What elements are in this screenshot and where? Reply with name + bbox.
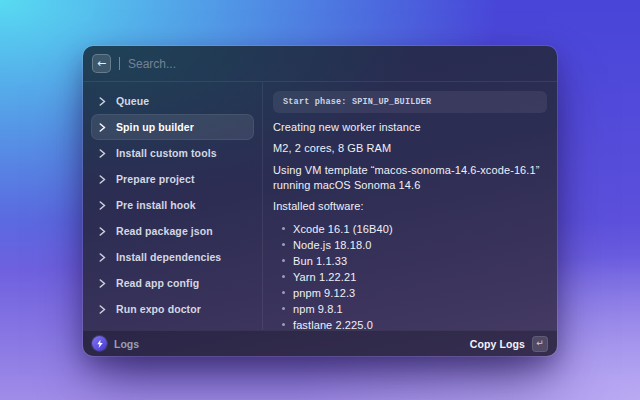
return-key-icon: ↵ — [532, 336, 548, 352]
back-button[interactable]: ← — [92, 54, 111, 73]
copy-logs-button[interactable]: Copy Logs — [470, 338, 525, 350]
software-list-item: Xcode 16.1 (16B40) — [273, 221, 547, 237]
log-line: Installed software: — [273, 199, 547, 214]
software-name: Yarn 1.22.21 — [293, 271, 356, 283]
sidebar-item[interactable]: Run expo doctor — [91, 296, 254, 322]
sidebar-item[interactable]: Install custom tools — [91, 140, 254, 166]
build-logs-window: ← Queue Spin up builder — [83, 46, 557, 356]
phase-banner: Start phase: SPIN_UP_BUILDER — [273, 91, 547, 113]
sidebar-item-label: Queue — [116, 95, 149, 107]
text-caret — [119, 57, 120, 70]
chevron-right-icon — [99, 201, 106, 210]
sidebar-item[interactable]: Read app config — [91, 270, 254, 296]
log-lines: Creating new worker instanceM2, 2 cores,… — [273, 120, 547, 215]
software-name: npm 9.8.1 — [293, 303, 343, 315]
log-line: Using VM template “macos-sonoma-14.6-xco… — [273, 163, 547, 193]
bullet-dot-icon — [282, 291, 285, 294]
sidebar-item-label: Read package json — [116, 225, 213, 237]
bullet-dot-icon — [282, 227, 285, 230]
software-name: Node.js 18.18.0 — [293, 239, 372, 251]
chevron-right-icon — [99, 227, 106, 236]
sidebar-item[interactable]: Spin up builder — [91, 114, 254, 140]
arrow-left-icon: ← — [97, 58, 106, 69]
chevron-right-icon — [99, 279, 106, 288]
software-list-item: npm 9.8.1 — [273, 301, 547, 317]
chevron-right-icon — [99, 175, 106, 184]
search-bar: ← — [83, 46, 557, 82]
software-list-item: pnpm 9.12.3 — [273, 285, 547, 301]
chevron-right-icon — [99, 305, 106, 314]
software-name: Xcode 16.1 (16B40) — [293, 223, 393, 235]
sidebar-item[interactable]: Prepare project — [91, 166, 254, 192]
software-list: Xcode 16.1 (16B40) Node.js 18.18.0 Bun 1… — [273, 221, 547, 333]
sidebar-item[interactable]: Queue — [91, 88, 254, 114]
bullet-dot-icon — [282, 323, 285, 326]
sidebar-item[interactable]: Pre install hook — [91, 192, 254, 218]
sidebar-item-label: Install dependencies — [116, 251, 221, 263]
sidebar-item-label: Pre install hook — [116, 199, 196, 211]
software-name: pnpm 9.12.3 — [293, 287, 355, 299]
bolt-glyph-icon — [95, 339, 104, 349]
sidebar-item[interactable]: Read package json — [91, 218, 254, 244]
software-list-item: Bun 1.1.33 — [273, 253, 547, 269]
chevron-right-icon — [99, 97, 106, 106]
bullet-dot-icon — [282, 275, 285, 278]
log-content: Start phase: SPIN_UP_BUILDER Creating ne… — [263, 82, 557, 330]
chevron-right-icon — [99, 123, 106, 132]
build-phases-sidebar: Queue Spin up builder Install custom too… — [83, 82, 263, 330]
sidebar-item-label: Install custom tools — [116, 147, 217, 159]
software-list-item: Yarn 1.22.21 — [273, 269, 547, 285]
footer-logs-label: Logs — [114, 338, 139, 350]
chevron-right-icon — [99, 253, 106, 262]
footer-bar: Logs Copy Logs ↵ — [83, 330, 557, 356]
log-line: M2, 2 cores, 8 GB RAM — [273, 141, 547, 156]
sidebar-item-label: Read app config — [116, 277, 199, 289]
chevron-right-icon — [99, 149, 106, 158]
log-line: Creating new worker instance — [273, 120, 547, 135]
software-name: fastlane 2.225.0 — [293, 319, 373, 331]
sidebar-item[interactable]: Install dependencies — [91, 244, 254, 270]
sidebar-item-label: Prepare project — [116, 173, 195, 185]
bullet-dot-icon — [282, 307, 285, 310]
logs-badge-icon — [92, 336, 107, 351]
bullet-dot-icon — [282, 243, 285, 246]
software-name: Bun 1.1.33 — [293, 255, 347, 267]
bullet-dot-icon — [282, 259, 285, 262]
sidebar-item-label: Run expo doctor — [116, 303, 201, 315]
software-list-item: Node.js 18.18.0 — [273, 237, 547, 253]
sidebar-item-label: Spin up builder — [116, 121, 194, 133]
search-input[interactable] — [128, 57, 548, 71]
